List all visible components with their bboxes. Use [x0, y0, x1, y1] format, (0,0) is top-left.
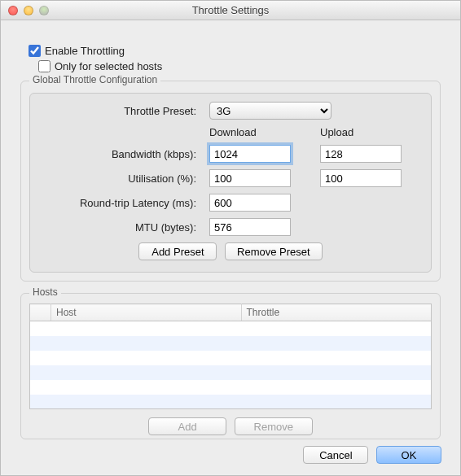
throttle-settings-window: Throttle Settings Enable Throttling Only… — [0, 0, 461, 476]
ok-button[interactable]: OK — [376, 446, 441, 464]
table-row — [30, 365, 432, 380]
download-header: Download — [209, 126, 307, 138]
window-title: Throttle Settings — [1, 4, 460, 16]
hosts-col-throttle[interactable]: Throttle — [241, 304, 432, 321]
hosts-col-host[interactable]: Host — [51, 304, 242, 321]
table-row — [30, 321, 432, 336]
rtt-label: Round-trip Latency (ms): — [42, 197, 196, 209]
remove-host-button[interactable]: Remove — [235, 417, 313, 435]
global-throttle-group: Global Throttle Configuration Throttle P… — [20, 81, 441, 282]
mtu-label: MTU (bytes): — [42, 221, 196, 234]
hosts-col-blank — [30, 304, 51, 321]
global-throttle-legend: Global Throttle Configuration — [29, 74, 160, 85]
utilisation-download-input[interactable] — [209, 169, 291, 187]
hosts-group: Hosts Host Throttle — [20, 293, 441, 439]
utilisation-upload-input[interactable] — [320, 169, 402, 187]
dialog-footer: Cancel OK — [301, 446, 444, 464]
throttle-preset-select[interactable]: 3G — [209, 102, 331, 120]
titlebar: Throttle Settings — [1, 1, 460, 20]
table-row — [30, 395, 432, 409]
table-row — [30, 336, 432, 351]
add-host-button[interactable]: Add — [148, 417, 226, 435]
only-selected-label: Only for selected hosts — [55, 60, 162, 72]
hosts-legend: Hosts — [29, 286, 61, 298]
bandwidth-label: Bandwidth (kbps): — [42, 148, 196, 160]
preset-label: Throttle Preset: — [42, 105, 196, 117]
utilisation-label: Utilisation (%): — [42, 172, 196, 185]
throttle-form: Throttle Preset: 3G Download Upload Band… — [42, 102, 419, 236]
add-preset-button[interactable]: Add Preset — [138, 242, 217, 260]
upload-header: Upload — [320, 126, 418, 138]
rtt-input[interactable] — [209, 194, 291, 212]
enable-throttling-label: Enable Throttling — [45, 45, 125, 57]
bandwidth-upload-input[interactable] — [320, 145, 402, 163]
cancel-button[interactable]: Cancel — [303, 446, 368, 464]
global-throttle-panel: Throttle Preset: 3G Download Upload Band… — [29, 93, 432, 273]
mtu-input[interactable] — [209, 218, 291, 236]
hosts-table[interactable]: Host Throttle — [29, 304, 432, 409]
hosts-table-wrap: Host Throttle — [29, 304, 432, 409]
only-selected-checkbox[interactable] — [38, 60, 50, 72]
table-row — [30, 380, 432, 395]
preset-buttons: Add Preset Remove Preset — [42, 242, 419, 260]
bandwidth-download-input[interactable] — [209, 145, 291, 163]
enable-throttling-checkbox[interactable] — [29, 45, 41, 57]
content-area: Enable Throttling Only for selected host… — [1, 20, 460, 462]
enable-throttling-row: Enable Throttling — [29, 45, 441, 57]
only-selected-row: Only for selected hosts — [38, 60, 441, 72]
hosts-buttons: Add Remove — [21, 417, 440, 435]
remove-preset-button[interactable]: Remove Preset — [225, 242, 323, 260]
table-row — [30, 351, 432, 365]
